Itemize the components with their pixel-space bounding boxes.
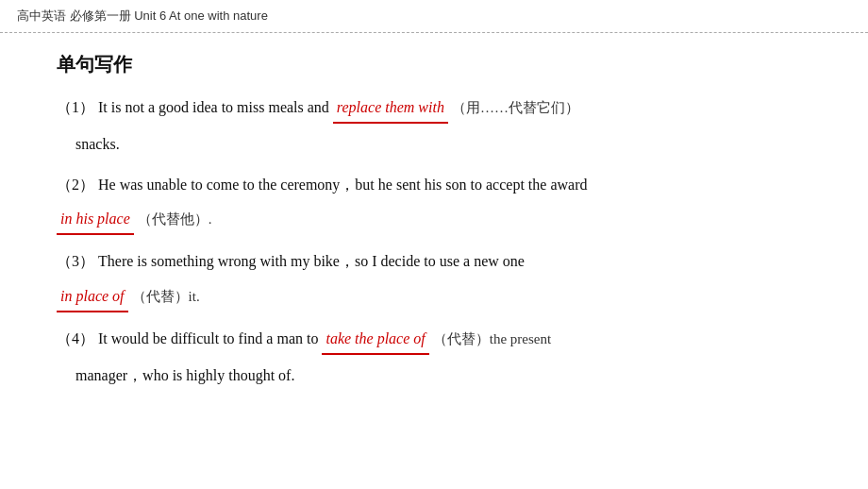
question-3-text: （3） There is something wrong with my bik… xyxy=(57,248,811,276)
question-4: （4） It would be difficult to find a man … xyxy=(57,326,811,390)
question-4-line2: manager，who is highly thought of. xyxy=(57,363,811,390)
question-1-line2: snacks. xyxy=(57,131,811,159)
header-text: 高中英语 必修第一册 Unit 6 At one with nature xyxy=(17,8,268,23)
q2-number: （2） xyxy=(57,177,94,193)
q3-hint: （代替）it. xyxy=(132,289,200,304)
q1-answer: replace them with xyxy=(333,94,448,124)
main-content: 单句写作 （1） It is not a good idea to miss m… xyxy=(0,33,868,421)
q3-part1: There is something wrong with my bike，so… xyxy=(98,253,525,269)
question-2-line2: in his place （代替他）. xyxy=(57,206,811,235)
question-3-line2: in place of （代替）it. xyxy=(57,283,811,312)
header-bar: 高中英语 必修第一册 Unit 6 At one with nature xyxy=(0,0,868,33)
q2-part1: He was unable to come to the ceremony，bu… xyxy=(98,177,588,193)
q4-part1: It would be difficult to find a man to xyxy=(98,330,322,346)
q1-hint: （用……代替它们） xyxy=(452,100,579,115)
q3-number: （3） xyxy=(57,253,94,269)
q1-part1: It is not a good idea to miss meals and xyxy=(98,99,333,115)
section-title: 单句写作 xyxy=(57,52,811,77)
q4-line2: manager，who is highly thought of. xyxy=(75,367,294,383)
q4-number: （4） xyxy=(57,330,94,346)
q1-line2: snacks. xyxy=(75,136,120,152)
question-2-text: （2） He was unable to come to the ceremon… xyxy=(57,172,811,199)
q4-hint: （代替）the present xyxy=(433,331,551,346)
question-1-text: （1） It is not a good idea to miss meals … xyxy=(57,94,811,124)
q1-number: （1） xyxy=(57,99,94,115)
question-1: （1） It is not a good idea to miss meals … xyxy=(57,94,811,159)
q2-hint: （代替他）. xyxy=(138,211,212,227)
q2-answer: in his place xyxy=(57,206,134,235)
q4-answer: take the place of xyxy=(322,326,428,355)
question-2: （2） He was unable to come to the ceremon… xyxy=(57,172,811,236)
q3-answer: in place of xyxy=(57,283,128,312)
question-3: （3） There is something wrong with my bik… xyxy=(57,248,811,312)
question-4-text: （4） It would be difficult to find a man … xyxy=(57,326,811,355)
